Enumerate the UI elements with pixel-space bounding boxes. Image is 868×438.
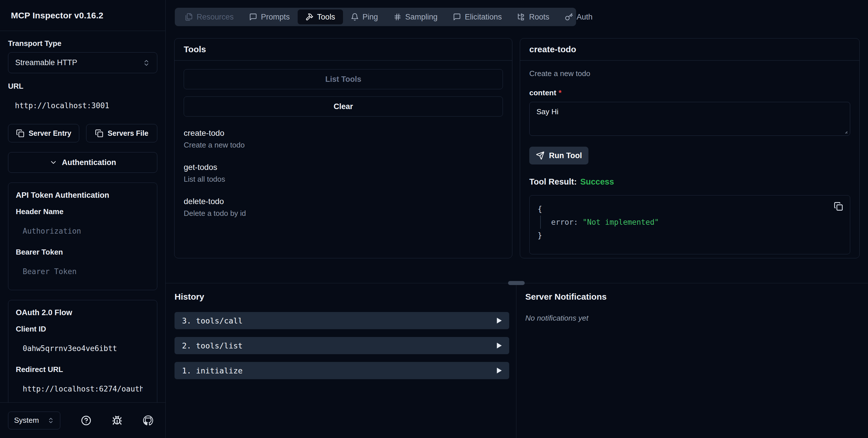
panel-resize-grip[interactable] [508, 281, 525, 285]
bug-icon [112, 415, 122, 426]
clear-button[interactable]: Clear [184, 96, 503, 117]
url-input[interactable] [8, 95, 157, 116]
tab-resources[interactable]: Resources [177, 9, 241, 24]
oauth-card: OAuth 2.0 Flow Client ID Redirect URL Sc… [8, 300, 157, 402]
copy-icon [95, 129, 103, 137]
sidebar-footer: System [0, 402, 165, 438]
api-token-title: API Token Authentication [16, 191, 150, 200]
sidebar-header: MCP Inspector v0.16.2 [0, 0, 165, 31]
history-item-tools-call[interactable]: 3. tools/call [175, 312, 509, 329]
top-panels: Tools List Tools Clear create-todo Creat… [174, 38, 868, 258]
tab-elicitations[interactable]: Elicitations [445, 9, 509, 24]
chevron-down-icon [50, 158, 57, 166]
history-pane: History 3. tools/call 2. tools/list 1. i… [166, 283, 516, 438]
bearer-token-label: Bearer Token [16, 248, 150, 257]
sidebar-body: Transport Type Streamable HTTP URL Serve… [0, 31, 165, 402]
tool-list-item-delete-todo[interactable]: delete-todo Delete a todo by id [184, 197, 503, 218]
server-notifications-pane: Server Notifications No notifications ye… [516, 283, 868, 438]
tools-panel-body: List Tools Clear create-todo Create a ne… [175, 61, 512, 240]
key-icon [565, 13, 573, 21]
send-icon [536, 151, 545, 160]
tab-bar: Resources Prompts Tools Ping Sampling El… [175, 8, 576, 26]
json-close-brace: } [538, 229, 842, 242]
tab-ping[interactable]: Ping [343, 9, 386, 24]
copy-icon [16, 129, 24, 137]
main-bottom-section: History 3. tools/call 2. tools/list 1. i… [166, 283, 868, 438]
tool-result-line: Tool Result:Success [529, 177, 850, 187]
json-error-row[interactable]: error: "Not implemented" [540, 216, 842, 229]
github-button[interactable] [143, 415, 153, 426]
required-asterisk: * [559, 88, 561, 97]
json-open-brace: { [538, 202, 842, 216]
copy-result-button[interactable] [834, 202, 843, 211]
tools-panel: Tools List Tools Clear create-todo Creat… [174, 38, 513, 258]
client-id-input[interactable] [16, 338, 150, 359]
transport-type-label: Transport Type [8, 39, 157, 48]
files-icon [185, 13, 193, 21]
redirect-url-input[interactable] [16, 378, 150, 399]
history-title: History [175, 292, 509, 302]
tab-auth[interactable]: Auth [557, 9, 600, 24]
folder-tree-icon [517, 13, 525, 21]
main-area: Resources Prompts Tools Ping Sampling El… [166, 0, 868, 438]
tool-list-item-get-todos[interactable]: get-todos List all todos [184, 163, 503, 184]
tab-sampling[interactable]: Sampling [386, 9, 445, 24]
tab-prompts[interactable]: Prompts [241, 9, 298, 24]
history-item-initialize[interactable]: 1. initialize [175, 362, 509, 379]
tool-result-json: { error: "Not implemented" } [529, 195, 850, 254]
url-label: URL [8, 82, 157, 91]
server-notifications-title: Server Notifications [525, 292, 868, 302]
tool-list: create-todo Create a new todo get-todos … [184, 129, 503, 218]
chevrons-up-down-icon [143, 59, 150, 67]
header-name-label: Header Name [16, 207, 150, 216]
api-token-card: API Token Authentication Header Name Bea… [8, 183, 157, 290]
client-id-label: Client ID [16, 324, 150, 334]
sidebar: MCP Inspector v0.16.2 Transport Type Str… [0, 0, 166, 438]
hammer-icon [305, 13, 313, 21]
redirect-url-label: Redirect URL [16, 365, 150, 374]
expand-play-icon [497, 318, 502, 323]
message-square-icon [249, 13, 257, 21]
tools-panel-title: Tools [175, 38, 512, 61]
oauth-title: OAuth 2.0 Flow [16, 308, 150, 317]
help-circle-icon [81, 415, 91, 426]
server-buttons-row: Server Entry Servers File [8, 124, 157, 143]
bug-button[interactable] [112, 415, 122, 426]
expand-play-icon [497, 343, 502, 348]
resize-handle-icon[interactable] [842, 129, 848, 134]
header-name-input[interactable] [16, 220, 150, 241]
help-button[interactable] [81, 415, 91, 426]
tool-detail-title: create-todo [520, 38, 859, 61]
no-notifications-text: No notifications yet [525, 314, 868, 323]
tool-detail-body: Create a new todo content* Say Hi Run To… [520, 61, 859, 263]
run-tool-button[interactable]: Run Tool [529, 147, 588, 164]
authentication-toggle[interactable]: Authentication [8, 152, 157, 173]
tool-list-item-create-todo[interactable]: create-todo Create a new todo [184, 129, 503, 150]
expand-play-icon [497, 368, 502, 373]
theme-select[interactable]: System [8, 412, 60, 429]
copy-icon [834, 202, 843, 211]
main-top-section: Resources Prompts Tools Ping Sampling El… [166, 0, 868, 283]
transport-type-select[interactable]: Streamable HTTP [8, 52, 157, 73]
content-textarea[interactable]: Say Hi [529, 102, 850, 136]
bearer-token-input[interactable] [16, 261, 150, 282]
history-list: 3. tools/call 2. tools/list 1. initializ… [175, 312, 509, 379]
message-square-icon [453, 13, 461, 21]
server-entry-button[interactable]: Server Entry [8, 124, 79, 143]
hash-icon [394, 13, 402, 21]
github-icon [143, 415, 153, 426]
tab-tools[interactable]: Tools [298, 9, 343, 24]
list-tools-button[interactable]: List Tools [184, 69, 503, 89]
chevrons-up-down-icon [48, 417, 54, 424]
tool-detail-description: Create a new todo [529, 69, 850, 78]
servers-file-button[interactable]: Servers File [86, 124, 157, 143]
history-item-tools-list[interactable]: 2. tools/list [175, 337, 509, 354]
content-param-label: content* [529, 88, 850, 97]
app-title: MCP Inspector v0.16.2 [11, 11, 103, 20]
bell-icon [351, 13, 359, 21]
tool-detail-panel: create-todo Create a new todo content* S… [520, 38, 860, 258]
transport-type-value: Streamable HTTP [15, 58, 77, 67]
result-status-badge: Success [580, 177, 614, 186]
tab-roots[interactable]: Roots [509, 9, 557, 24]
